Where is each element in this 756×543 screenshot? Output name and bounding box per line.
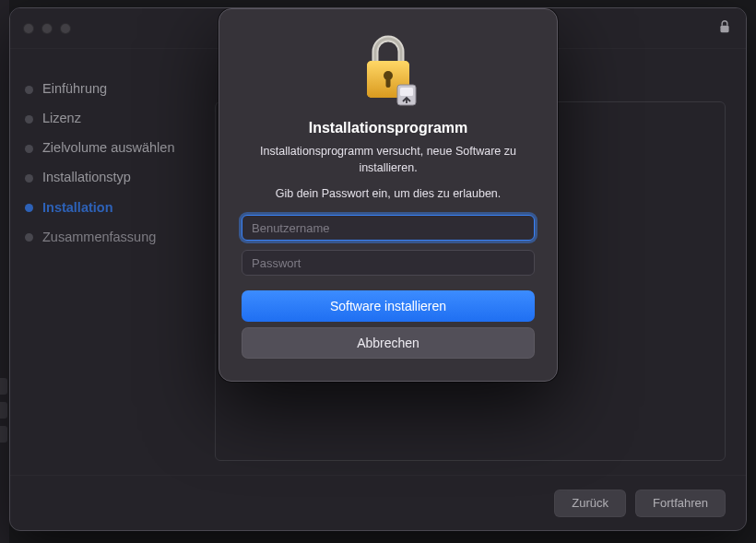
background-window-edge [0, 0, 9, 543]
svg-rect-6 [400, 88, 413, 96]
password-field[interactable] [242, 250, 535, 276]
lock-install-icon [357, 33, 419, 107]
svg-rect-4 [386, 77, 391, 88]
auth-dialog: Installationsprogramm Installationsprogr… [219, 8, 558, 382]
username-field[interactable] [242, 215, 535, 241]
installer-window: ren Einführung Lizenz Zielvolume auswähl… [9, 7, 747, 531]
dialog-message: Installationsprogramm versucht, neue Sof… [242, 144, 535, 176]
dialog-title: Installationsprogramm [242, 120, 535, 136]
cancel-button[interactable]: Abbrechen [242, 327, 535, 359]
install-software-button[interactable]: Software installieren [242, 290, 535, 322]
dialog-subtext: Gib dein Passwort ein, um dies zu erlaub… [242, 187, 535, 200]
